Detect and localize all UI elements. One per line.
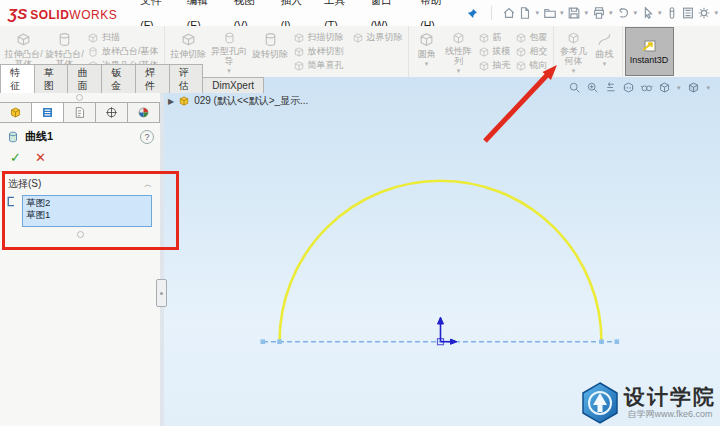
configurationmanager-tab[interactable] [63, 102, 96, 122]
ribbon-group-modify-features: 圆角 ▾ 线性阵列 ▾ 筋 拔模 抽壳 包覆 相交 镜向 [409, 26, 554, 77]
tab-weldments[interactable]: 焊件 [135, 64, 170, 93]
instant3d-toggle-button[interactable]: Instant3D [625, 27, 674, 76]
manager-tab-bar [0, 102, 160, 123]
arc-left-endpoint [277, 339, 282, 344]
graphics-viewport[interactable]: ▶ 029 (默认<<默认>_显示... ▾ ▾ [164, 77, 720, 426]
panel-splitter-handle[interactable] [156, 279, 167, 307]
open-icon[interactable] [543, 6, 557, 20]
shell-icon [478, 60, 490, 72]
settings-icon[interactable] [697, 6, 711, 20]
wrap-button[interactable]: 包覆 [515, 31, 548, 44]
linear-pattern-button[interactable]: 线性阵列 ▾ [442, 28, 476, 75]
panel-grip[interactable] [76, 94, 83, 101]
curves-button[interactable]: 曲线 ▾ [591, 28, 619, 75]
solidworks-logo: ƷS SOLID WORKS [8, 5, 117, 22]
revolved-cut-icon [262, 31, 279, 48]
save-icon[interactable] [567, 6, 581, 20]
boundary-cut-icon [352, 32, 364, 44]
menu-bar: ƷS SOLID WORKS 文件(F) 编辑(E) 视图(V) 插入(I) 工… [0, 0, 720, 27]
print-icon[interactable] [592, 6, 606, 20]
centerline-right-endpoint [615, 339, 620, 344]
mirror-button[interactable]: 镜向 [515, 59, 548, 72]
arc-right-endpoint [599, 339, 604, 344]
tab-sketch[interactable]: 草图 [34, 64, 69, 93]
configurationmanager-icon [73, 106, 86, 119]
magnet-icon[interactable] [665, 6, 679, 20]
instant3d-icon [641, 39, 657, 53]
rib-button[interactable]: 筋 [478, 31, 511, 44]
shell-button[interactable]: 抽壳 [478, 59, 511, 72]
select-icon[interactable] [641, 6, 655, 20]
new-document-icon[interactable] [518, 6, 532, 20]
loft-icon [87, 46, 99, 58]
intersect-button[interactable]: 相交 [515, 45, 548, 58]
logo-icon: ƷS [8, 5, 27, 22]
options-list-icon[interactable] [681, 6, 695, 20]
cancel-button[interactable]: ✕ [35, 150, 46, 165]
ok-button[interactable]: ✓ [10, 150, 21, 165]
wrap-icon [515, 32, 527, 44]
lofted-cut-button[interactable]: 放样切割 [293, 45, 403, 58]
pin-menu-icon[interactable] [467, 7, 478, 20]
rib-icon [478, 32, 490, 44]
fillet-button[interactable]: 圆角 ▾ [412, 28, 442, 75]
property-manager-panel: 曲线1 ? ✓ ✕ 选择(S) ︿ 草图2 草图1 [0, 93, 164, 426]
undo-icon[interactable] [616, 6, 630, 20]
curve-feature-icon [6, 130, 20, 144]
fillet-icon [418, 31, 435, 48]
extruded-cut-icon [180, 31, 197, 48]
hole-wizard-icon [221, 31, 238, 45]
dimxpertmanager-icon [105, 106, 118, 119]
mirror-icon [515, 60, 527, 72]
linear-pattern-icon [450, 31, 467, 45]
property-actions: ✓ ✕ [0, 146, 160, 172]
watermark-logo-icon [580, 382, 620, 424]
watermark-title: 设计学院 [624, 387, 716, 408]
swept-cut-icon [293, 32, 305, 44]
propertymanager-icon [41, 106, 54, 119]
revolved-cut-button[interactable]: 旋转切除 [250, 28, 291, 75]
home-icon[interactable] [502, 6, 516, 20]
loft-button[interactable]: 放样凸台/基体 [87, 45, 159, 58]
intersect-icon [515, 46, 527, 58]
origin-icon [438, 317, 458, 345]
lofted-cut-icon [293, 46, 305, 58]
simple-hole-button[interactable]: 简单直孔 [293, 59, 403, 72]
simple-hole-icon [293, 60, 305, 72]
displaymanager-icon [137, 106, 150, 119]
tab-sheet-metal[interactable]: 钣金 [101, 64, 136, 93]
property-title-row: 曲线1 ? [0, 123, 160, 146]
tab-surfaces[interactable]: 曲面 [67, 64, 102, 93]
displaymanager-tab[interactable] [127, 102, 160, 122]
swept-cut-button[interactable]: 扫描切除 [293, 31, 344, 44]
featuremanager-icon [9, 106, 22, 119]
dimxpertmanager-tab[interactable] [95, 102, 128, 122]
sweep-icon [87, 32, 99, 44]
tab-features[interactable]: 特征 [0, 64, 35, 93]
propertymanager-tab[interactable] [31, 102, 64, 122]
hole-wizard-button[interactable]: 异型孔向导 ▾ [209, 28, 250, 75]
curves-icon [596, 31, 613, 48]
revolved-boss-icon [56, 31, 73, 48]
tab-evaluate[interactable]: 评估 [169, 64, 204, 93]
curves-dropdown-caret[interactable]: ▾ [603, 60, 607, 68]
help-icon[interactable]: ? [140, 130, 154, 144]
property-title: 曲线1 [25, 129, 53, 144]
reference-geometry-button[interactable]: 参考几何体 ▾ [557, 28, 591, 75]
tab-dimxpert[interactable]: DimXpert [202, 77, 264, 93]
featuremanager-tab[interactable] [0, 102, 32, 122]
ribbon-group-reference: 参考几何体 ▾ 曲线 ▾ [554, 26, 623, 77]
sketch-geometry [164, 77, 720, 426]
extruded-boss-icon [15, 31, 32, 48]
reference-geometry-icon [565, 31, 582, 45]
draft-button[interactable]: 拔模 [478, 45, 511, 58]
sweep-button[interactable]: 扫描 [87, 31, 159, 44]
annotation-highlight-rectangle [2, 171, 179, 250]
commandmanager-tabs: 特征 草图 曲面 钣金 焊件 评估 DimXpert [0, 77, 263, 93]
watermark: 设计学院 自学网www.fke6.com [580, 382, 716, 424]
centerline-left-endpoint [261, 339, 266, 344]
quick-access-toolbar: ▾ ▾ ▾ ▾ ▾ ▾ ▾ [491, 6, 720, 20]
boundary-cut-button[interactable]: 边界切除 [352, 31, 403, 44]
watermark-subtitle: 自学网www.fke6.com [627, 410, 712, 419]
solidworks-window: ƷS SOLID WORKS 文件(F) 编辑(E) 视图(V) 插入(I) 工… [0, 0, 720, 426]
